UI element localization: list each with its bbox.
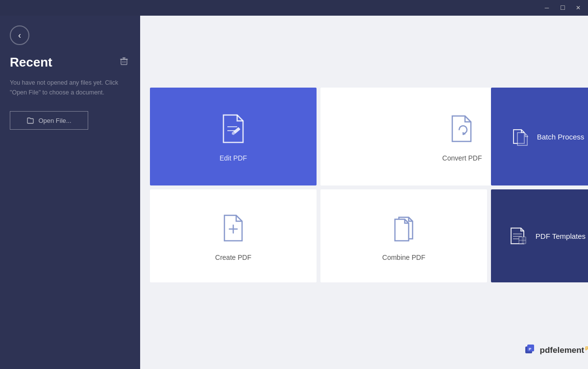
cards-grid: Edit PDF Convert PDF (150, 88, 588, 282)
batch-process-icon (511, 127, 530, 146)
titlebar: ─ ☐ ✕ (0, 0, 588, 16)
sidebar-header: Recent (10, 55, 130, 70)
main-layout: ‹ Recent You have not opened any files y… (0, 16, 588, 369)
pdf-templates-card[interactable]: PDF Templates (491, 189, 588, 282)
minimize-button[interactable]: ─ (539, 2, 555, 14)
edit-pdf-label: Edit PDF (220, 154, 247, 162)
trash-button[interactable] (118, 55, 130, 70)
maximize-button[interactable]: ☐ (555, 2, 570, 14)
combine-pdf-icon (388, 210, 419, 246)
batch-process-card[interactable]: Batch Process (491, 88, 588, 185)
svg-text:P: P (529, 347, 532, 351)
create-pdf-label: Create PDF (215, 254, 251, 261)
sidebar-title: Recent (10, 55, 52, 70)
pdf-templates-label: PDF Templates (536, 232, 586, 240)
sidebar: ‹ Recent You have not opened any files y… (0, 16, 140, 369)
brand-logo-icon: P (525, 345, 536, 355)
batch-process-label: Batch Process (537, 133, 585, 141)
brand-area: P pdfelementpro (525, 345, 588, 355)
open-file-label: Open File... (38, 117, 71, 124)
create-pdf-card[interactable]: Create PDF (150, 189, 317, 282)
convert-pdf-label: Convert PDF (442, 154, 482, 162)
open-file-button[interactable]: Open File... (10, 111, 88, 130)
back-button[interactable]: ‹ (10, 25, 29, 45)
brand-name: pdfelementpro (540, 345, 588, 355)
edit-pdf-icon (218, 111, 249, 146)
pdf-templates-icon (509, 226, 529, 246)
svg-rect-0 (121, 59, 127, 65)
convert-pdf-icon (446, 111, 478, 146)
back-arrow-icon: ‹ (18, 30, 21, 41)
edit-pdf-card[interactable]: Edit PDF (150, 88, 317, 185)
combine-pdf-label: Combine PDF (382, 254, 425, 261)
create-pdf-icon (218, 210, 249, 246)
empty-state-text: You have not opened any files yet. Click… (10, 78, 130, 97)
combine-pdf-card[interactable]: Combine PDF (320, 189, 487, 282)
content-area: Edit PDF Convert PDF (140, 16, 588, 369)
trash-icon (120, 57, 128, 66)
open-file-icon (26, 116, 34, 124)
close-button[interactable]: ✕ (570, 2, 586, 14)
